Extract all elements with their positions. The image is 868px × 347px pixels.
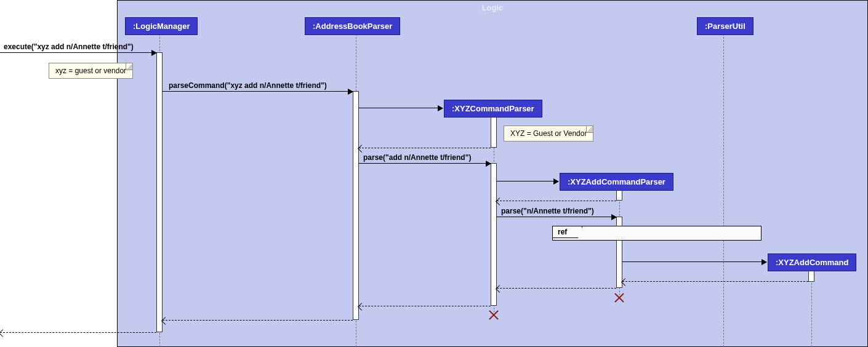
note-xyz-lower: xyz = guest or vendor [49, 63, 133, 79]
arrow-return-xyzac-xyzacp [622, 281, 808, 282]
participant-parser-util: :ParserUtil [697, 17, 753, 35]
arrow-execute [0, 52, 156, 53]
participant-xyz-add-command-parser: :XYZAddCommandParser [560, 173, 673, 191]
arrow-return-lm-ext [0, 332, 156, 333]
activation-xyz-add-command [808, 271, 814, 282]
participant-xyz-command-parser: :XYZCommandParser [444, 100, 542, 118]
participant-xyz-add-command: :XYZAddCommand [768, 253, 856, 271]
activation-address-book-parser [353, 91, 359, 320]
participant-logic-manager: :LogicManager [125, 17, 198, 35]
activation-xyz-add-command-parser-1 [616, 189, 622, 201]
ref-frame: ref [552, 226, 762, 241]
lifeline-xyz-add-command [811, 271, 812, 347]
activation-logic-manager [156, 52, 163, 332]
arrow-parse-1 [359, 163, 491, 164]
lifeline-parser-util [723, 34, 724, 347]
label-parse-1: parse("add n/Annette t/friend") [363, 153, 471, 162]
participant-address-book-parser: :AddressBookParser [305, 17, 400, 35]
ref-tag: ref [553, 226, 582, 238]
arrow-return-xyzcp-abp-2 [359, 306, 491, 306]
arrow-create-xyz-add-command [622, 261, 766, 262]
frame-title: Logic [482, 3, 504, 12]
arrow-return-abp-lm [163, 320, 353, 321]
arrow-parse-2 [497, 217, 616, 217]
destroy-xyz-command-parser [488, 309, 500, 321]
activation-xyz-command-parser-2 [491, 163, 497, 306]
label-execute: execute("xyz add n/Annette t/friend") [4, 42, 134, 51]
arrow-parse-command [163, 91, 353, 92]
arrow-return-xyzcp-abp [359, 148, 491, 148]
activation-xyz-command-parser-1 [491, 117, 497, 148]
arrow-return-xyzacp-xyzcp-1 [497, 201, 616, 201]
note-xyz-upper: XYZ = Guest or Vendor [504, 126, 593, 142]
arrow-return-xyzacp-xyzcp-2 [497, 288, 616, 289]
arrow-create-xyz-add-command-parser [497, 181, 558, 181]
label-parse-2: parse("n/Annette t/friend") [501, 207, 594, 215]
arrow-create-xyz-command-parser [359, 108, 443, 108]
label-parse-command: parseCommand("xyz add n/Annette t/friend… [169, 81, 327, 90]
destroy-xyz-add-command-parser [613, 292, 625, 304]
